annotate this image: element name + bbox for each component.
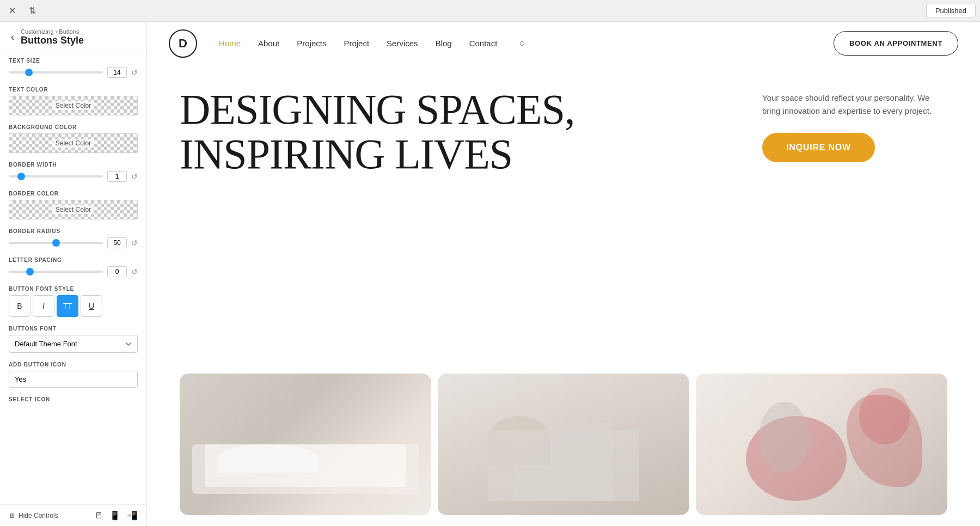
add-icon-group: ADD BUTTON ICON: [9, 362, 138, 388]
gallery-image-3: [696, 374, 947, 515]
text-size-label: TEXT SIZE: [9, 58, 138, 64]
border-radius-value[interactable]: [107, 237, 127, 248]
border-color-group: BORDER COLOR Select Color: [9, 191, 138, 219]
hero-title: DESIGNING SPACES, INSPIRING LIVES: [180, 87, 740, 176]
close-button[interactable]: ✕: [4, 3, 20, 18]
gallery-image-2: [438, 374, 689, 515]
desktop-view-button[interactable]: 🖥: [94, 510, 103, 521]
nav-project[interactable]: Project: [344, 39, 369, 48]
border-radius-reset[interactable]: ↺: [131, 238, 138, 247]
hide-controls-label: Hide Controls: [19, 512, 58, 519]
nav-services[interactable]: Services: [387, 39, 418, 48]
panel-header: ‹ Customizing › Buttons Buttons Style: [0, 22, 146, 51]
add-icon-input[interactable]: [9, 371, 138, 388]
border-width-reset[interactable]: ↺: [131, 172, 138, 181]
add-icon-label: ADD BUTTON ICON: [9, 362, 138, 368]
nav-projects[interactable]: Projects: [297, 39, 326, 48]
border-color-swatch[interactable]: Select Color: [9, 200, 138, 219]
border-radius-group: BORDER RADIUS ↺: [9, 228, 138, 248]
border-radius-row: ↺: [9, 237, 138, 248]
site-hero: DESIGNING SPACES, INSPIRING LIVES Your s…: [147, 65, 980, 374]
bg-color-group: BACKGROUND COLOR Select Color: [9, 124, 138, 153]
select-icon-group: SELECT ICON: [9, 396, 138, 402]
mobile-view-button[interactable]: 📲: [127, 510, 138, 521]
text-size-row: ↺: [9, 67, 138, 78]
italic-button[interactable]: I: [33, 295, 54, 317]
text-color-swatch[interactable]: Select Color: [9, 96, 138, 115]
hero-right: Your space should reflect your personali…: [762, 87, 947, 162]
text-size-value[interactable]: [107, 67, 127, 78]
hide-controls-button[interactable]: 🖥 Hide Controls: [9, 512, 58, 519]
bg-color-label: BACKGROUND COLOR: [9, 124, 138, 130]
bg-color-swatch[interactable]: Select Color: [9, 133, 138, 153]
site-nav: D Home About Projects Project Services B…: [147, 22, 980, 65]
letter-spacing-label: LETTER SPACING: [9, 257, 138, 263]
border-color-placeholder: Select Color: [52, 205, 94, 214]
buttons-font-label: BUTTONS FONT: [9, 326, 138, 332]
inquire-button[interactable]: INQUIRE NOW: [762, 133, 875, 162]
font-style-group: BUTTON FONT STYLE B I TT U: [9, 286, 138, 317]
nav-about[interactable]: About: [258, 39, 279, 48]
border-radius-label: BORDER RADIUS: [9, 228, 138, 234]
site-logo: D: [169, 29, 197, 58]
border-width-group: BORDER WIDTH ↺: [9, 162, 138, 182]
border-color-label: BORDER COLOR: [9, 191, 138, 197]
buttons-font-select[interactable]: Default Theme Font: [9, 335, 138, 353]
border-width-row: ↺: [9, 171, 138, 182]
hero-left: DESIGNING SPACES, INSPIRING LIVES: [180, 87, 740, 176]
panel-content: TEXT SIZE ↺ TEXT COLOR Select Color BACK…: [0, 51, 146, 504]
gallery-row: [147, 374, 980, 526]
border-width-slider[interactable]: [9, 175, 103, 178]
letter-spacing-slider[interactable]: [9, 271, 103, 273]
nav-links: Home About Projects Project Services Blo…: [219, 36, 816, 51]
main-layout: ‹ Customizing › Buttons Buttons Style TE…: [0, 22, 980, 526]
text-size-reset[interactable]: ↺: [131, 68, 138, 77]
text-size-group: TEXT SIZE ↺: [9, 58, 138, 78]
nav-cta-button[interactable]: BOOK AN APPOINTMENT: [834, 31, 958, 56]
text-color-label: TEXT COLOR: [9, 87, 138, 93]
gallery-image-1: [180, 374, 431, 515]
font-style-label: BUTTON FONT STYLE: [9, 286, 138, 292]
hero-title-line2: INSPIRING LIVES: [180, 130, 512, 178]
underline-button[interactable]: U: [81, 295, 102, 317]
hero-title-line1: DESIGNING SPACES,: [180, 85, 575, 133]
text-size-slider[interactable]: [9, 71, 103, 74]
top-bar: ✕ ⇅ Published: [0, 0, 980, 22]
panel-breadcrumb: Customizing › Buttons: [21, 28, 84, 35]
nav-home[interactable]: Home: [219, 39, 241, 48]
border-width-value[interactable]: [107, 171, 127, 182]
search-button[interactable]: ○: [514, 36, 530, 51]
bold-button[interactable]: B: [9, 295, 30, 317]
website-preview: D Home About Projects Project Services B…: [147, 22, 980, 526]
select-icon-label: SELECT ICON: [9, 396, 138, 402]
text-color-group: TEXT COLOR Select Color: [9, 87, 138, 115]
monitor-icon: 🖥: [9, 512, 15, 519]
font-style-row: B I TT U: [9, 295, 138, 317]
left-panel: ‹ Customizing › Buttons Buttons Style TE…: [0, 22, 147, 526]
hero-subtitle: Your space should reflect your personali…: [762, 91, 947, 118]
buttons-font-group: BUTTONS FONT Default Theme Font: [9, 326, 138, 353]
panel-title-area: Customizing › Buttons Buttons Style: [21, 28, 84, 46]
letter-spacing-group: LETTER SPACING ↺: [9, 257, 138, 277]
border-width-label: BORDER WIDTH: [9, 162, 138, 168]
panel-title: Buttons Style: [21, 35, 84, 46]
back-button[interactable]: ‹: [9, 29, 16, 45]
panel-footer: 🖥 Hide Controls 🖥 📱 📲: [0, 504, 146, 526]
letter-spacing-value[interactable]: [107, 266, 127, 277]
swap-button[interactable]: ⇅: [24, 3, 40, 18]
nav-contact[interactable]: Contact: [469, 39, 498, 48]
view-icons: 🖥 📱 📲: [94, 510, 138, 521]
published-button[interactable]: Published: [926, 4, 976, 17]
caps-button[interactable]: TT: [57, 295, 78, 317]
bg-color-placeholder: Select Color: [52, 139, 94, 148]
letter-spacing-reset[interactable]: ↺: [131, 267, 138, 276]
nav-blog[interactable]: Blog: [436, 39, 452, 48]
tablet-view-button[interactable]: 📱: [109, 510, 120, 521]
letter-spacing-row: ↺: [9, 266, 138, 277]
text-color-placeholder: Select Color: [52, 101, 94, 110]
border-radius-slider[interactable]: [9, 242, 103, 244]
